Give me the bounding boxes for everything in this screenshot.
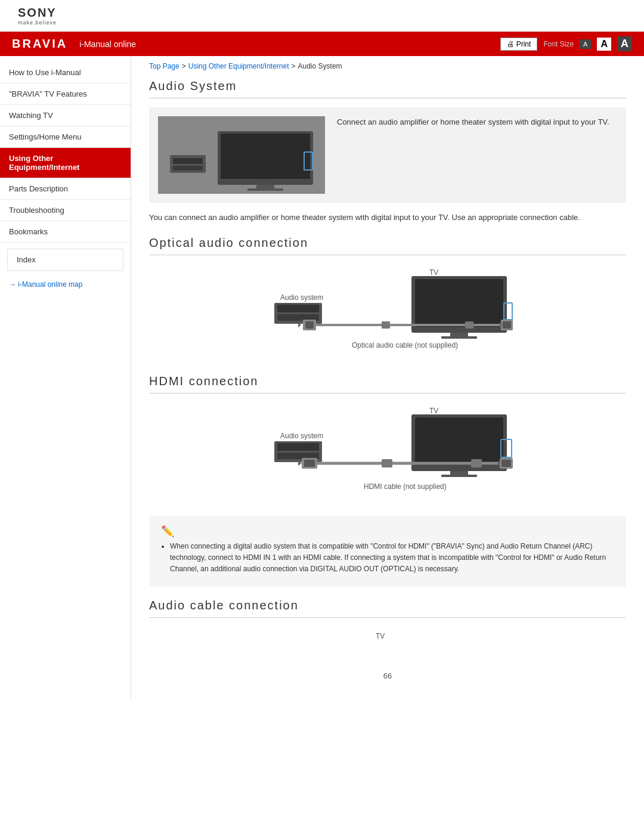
print-icon: 🖨 [507, 40, 514, 48]
font-medium-button[interactable]: A [597, 38, 611, 51]
note-text: When connecting a digital audio system t… [161, 541, 614, 575]
svg-rect-39 [304, 460, 315, 467]
sidebar: How to Use i-Manual "BRAVIA" TV Features… [0, 56, 131, 698]
svg-rect-25 [503, 321, 511, 329]
sidebar-item-watching-tv[interactable]: Watching TV [0, 105, 131, 126]
sidebar-item-bookmarks[interactable]: Bookmarks [0, 221, 131, 243]
svg-rect-22 [382, 321, 390, 329]
bravia-logo: BRAVIA [12, 37, 67, 51]
sony-area: SONY make.believe [0, 0, 644, 32]
svg-rect-2 [173, 166, 203, 171]
red-header-bar: BRAVIA i-Manual online 🖨 Print Font Size… [0, 32, 644, 56]
sidebar-item-troubleshooting[interactable]: Troubleshooting [0, 200, 131, 221]
svg-rect-1 [173, 158, 203, 164]
sidebar-item-how-to-use[interactable]: How to Use i-Manual [0, 62, 131, 83]
font-large-button[interactable]: A [617, 36, 632, 51]
hdmi-title: HDMI connection [149, 374, 626, 394]
intro-para: You can connect an audio amplifier or ho… [149, 212, 626, 224]
sidebar-item-bravia-features[interactable]: "BRAVIA" TV Features [0, 83, 131, 105]
intro-box: Connect an audio amplifier or home theat… [149, 107, 626, 203]
svg-rect-43 [471, 459, 482, 467]
svg-rect-31 [277, 443, 319, 451]
sidebar-item-parts[interactable]: Parts Description [0, 178, 131, 200]
breadcrumb-top[interactable]: Top Page [149, 62, 179, 70]
sidebar-item-using-other[interactable]: Using Other Equipment/Internet [0, 148, 131, 178]
intro-image [158, 116, 325, 194]
audio-cable-diagram: TV [149, 627, 626, 657]
breadcrumb-equipment[interactable]: Using Other Equipment/Internet [188, 62, 289, 70]
svg-text:Optical audio cable (not suppl: Optical audio cable (not supplied) [352, 341, 458, 349]
header-controls: 🖨 Print Font Size A A A [500, 36, 632, 51]
font-size-label: Font Size [543, 40, 574, 48]
optical-title: Optical audio connection [149, 236, 626, 255]
font-small-button[interactable]: A [580, 39, 591, 49]
svg-rect-19 [305, 321, 314, 329]
svg-text:TV: TV [429, 268, 438, 277]
print-button[interactable]: 🖨 Print [500, 38, 538, 51]
svg-text:TV: TV [376, 632, 385, 640]
content-area: Top Page > Using Other Equipment/Interne… [131, 56, 644, 698]
svg-rect-36 [441, 475, 477, 477]
hdmi-diagram: TV Audio system [149, 402, 626, 501]
intro-text: Connect an audio amplifier or home theat… [337, 116, 609, 129]
svg-rect-6 [247, 188, 283, 191]
svg-rect-14 [415, 279, 503, 327]
svg-text:Audio system: Audio system [280, 432, 323, 440]
svg-rect-11 [277, 305, 319, 312]
manual-title: i-Manual online [79, 39, 136, 49]
note-box: ✏️ When connecting a digital audio syste… [149, 516, 626, 587]
audio-cable-title: Audio cable connection [149, 599, 626, 618]
svg-rect-42 [382, 459, 392, 467]
note-icon: ✏️ [161, 525, 614, 538]
breadcrumb: Top Page > Using Other Equipment/Interne… [149, 62, 626, 70]
main-title: Audio System [149, 79, 626, 98]
breadcrumb-current: Audio System [298, 62, 342, 70]
svg-rect-16 [441, 336, 477, 339]
svg-text:TV: TV [429, 407, 438, 415]
svg-text:Audio system: Audio system [280, 293, 323, 302]
page-number: 66 [149, 671, 626, 680]
svg-rect-45 [501, 460, 511, 467]
optical-diagram: TV Audio system [149, 264, 626, 360]
sony-tagline: make.believe [18, 20, 626, 26]
sidebar-index[interactable]: Index [7, 249, 123, 271]
svg-rect-23 [465, 321, 473, 329]
svg-rect-34 [415, 417, 503, 465]
svg-text:HDMI cable (not supplied): HDMI cable (not supplied) [364, 482, 447, 491]
sidebar-map-link[interactable]: → i-Manual online map [0, 275, 131, 293]
sidebar-item-settings[interactable]: Settings/Home Menu [0, 126, 131, 148]
sony-logo: SONY [18, 6, 626, 20]
main-layout: How to Use i-Manual "BRAVIA" TV Features… [0, 56, 644, 698]
svg-rect-4 [221, 134, 310, 179]
